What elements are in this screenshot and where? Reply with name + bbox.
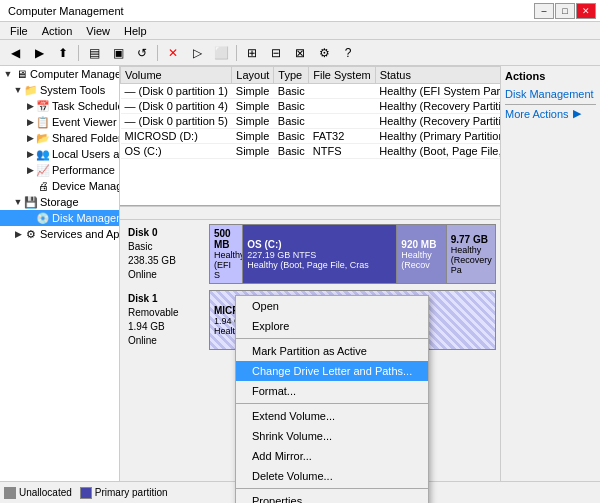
menu-action[interactable]: Action xyxy=(36,24,79,38)
up-button[interactable]: ⬆ xyxy=(52,43,74,63)
delete-button[interactable]: ✕ xyxy=(162,43,184,63)
close-button[interactable]: ✕ xyxy=(576,3,596,19)
tree-label: Event Viewer xyxy=(52,116,117,128)
tree-item-task-scheduler[interactable]: ▶ 📅 Task Scheduler xyxy=(0,98,119,114)
toolbar-btn-7[interactable]: ⊟ xyxy=(265,43,287,63)
window-controls: – □ ✕ xyxy=(534,3,596,19)
tree-item-event-viewer[interactable]: ▶ 📋 Event Viewer xyxy=(0,114,119,130)
expand-icon: ▼ xyxy=(12,85,24,95)
tree-label: Device Manager xyxy=(52,180,120,192)
forward-button[interactable]: ▶ xyxy=(28,43,50,63)
cell-status: Healthy (Boot, Page File, Crash Dump, Pr… xyxy=(375,144,500,159)
tree-item-root[interactable]: ▼ 🖥 Computer Management (Local xyxy=(0,66,119,82)
back-button[interactable]: ◀ xyxy=(4,43,26,63)
unallocated-box xyxy=(4,487,16,499)
disk-label: Disk 0 xyxy=(128,226,205,240)
context-menu-item[interactable]: Properties xyxy=(236,491,428,503)
disk-label: Disk 1 xyxy=(128,292,205,306)
partition-status: Healthy (Boot, Page File, Cras xyxy=(247,260,392,270)
services-icon: ⚙ xyxy=(24,227,38,241)
disk-partitions: 500 MB Healthy (EFI SOS (C:) 227.19 GB N… xyxy=(209,224,496,284)
partition[interactable]: 920 MB Healthy (Recov xyxy=(397,225,446,283)
context-menu-item[interactable]: Shrink Volume... xyxy=(236,426,428,446)
table-row[interactable]: OS (C:) Simple Basic NTFS Healthy (Boot,… xyxy=(121,144,501,159)
table-row[interactable]: — (Disk 0 partition 4) Simple Basic Heal… xyxy=(121,99,501,114)
tree-item-shared-folders[interactable]: ▶ 📂 Shared Folders xyxy=(0,130,119,146)
col-filesystem: File System xyxy=(309,67,375,84)
toolbar: ◀ ▶ ⬆ ▤ ▣ ↺ ✕ ▷ ⬜ ⊞ ⊟ ⊠ ⚙ ? xyxy=(0,40,600,66)
context-menu-item[interactable]: Delete Volume... xyxy=(236,466,428,486)
toolbar-separator-2 xyxy=(157,45,158,61)
table-row[interactable]: — (Disk 0 partition 1) Simple Basic Heal… xyxy=(121,84,501,99)
disk-info: Disk 0 Basic 238.35 GB Online xyxy=(124,224,209,284)
computer-icon: 🖥 xyxy=(14,67,28,81)
context-menu-item[interactable]: Add Mirror... xyxy=(236,446,428,466)
actions-arrow-icon: ▶ xyxy=(573,107,581,120)
partition[interactable]: 500 MB Healthy (EFI S xyxy=(210,225,243,283)
toolbar-btn-2[interactable]: ▣ xyxy=(107,43,129,63)
tree-item-disk-management[interactable]: 💿 Disk Management xyxy=(0,210,119,226)
cell-fs xyxy=(309,99,375,114)
tree-item-services[interactable]: ▶ ⚙ Services and Applications xyxy=(0,226,119,242)
partition[interactable]: 9.77 GB Healthy (Recovery Pa xyxy=(447,225,495,283)
cell-volume: — (Disk 0 partition 4) xyxy=(121,99,232,114)
context-menu-item[interactable]: Extend Volume... xyxy=(236,406,428,426)
maximize-button[interactable]: □ xyxy=(555,3,575,19)
help-toolbar-button[interactable]: ? xyxy=(337,43,359,63)
partition-name: 500 MB xyxy=(214,228,238,250)
cell-type: Basic xyxy=(274,99,309,114)
context-menu-item[interactable]: Mark Partition as Active xyxy=(236,341,428,361)
tree-item-performance[interactable]: ▶ 📈 Performance xyxy=(0,162,119,178)
cell-type: Basic xyxy=(274,144,309,159)
tree-label: Disk Management xyxy=(52,212,120,224)
tree-item-device-manager[interactable]: 🖨 Device Manager xyxy=(0,178,119,194)
context-menu-item[interactable]: Open xyxy=(236,296,428,316)
tree-item-system-tools[interactable]: ▼ 📁 System Tools xyxy=(0,82,119,98)
minimize-button[interactable]: – xyxy=(534,3,554,19)
context-menu-item[interactable]: Explore xyxy=(236,316,428,336)
table-row[interactable]: — (Disk 0 partition 5) Simple Basic Heal… xyxy=(121,114,501,129)
volume-table: Volume Layout Type File System Status — … xyxy=(120,66,500,159)
toolbar-separator-3 xyxy=(236,45,237,61)
actions-disk-management[interactable]: Disk Management xyxy=(505,86,596,102)
tree-label: Task Scheduler xyxy=(52,100,120,112)
toolbar-btn-3[interactable]: ↺ xyxy=(131,43,153,63)
volume-scrollbar[interactable] xyxy=(120,206,500,220)
properties-button[interactable]: ⚙ xyxy=(313,43,335,63)
partition-fs: 227.19 GB NTFS xyxy=(247,250,392,260)
expand-icon: ▶ xyxy=(24,101,36,111)
tree-panel: ▼ 🖥 Computer Management (Local ▼ 📁 Syste… xyxy=(0,66,120,481)
cell-layout: Simple xyxy=(232,99,274,114)
expand-icon: ▼ xyxy=(2,69,14,79)
users-icon: 👥 xyxy=(36,147,50,161)
disk-size: 1.94 GB xyxy=(128,320,205,334)
actions-more-item[interactable]: More Actions ▶ xyxy=(505,107,596,120)
menu-help[interactable]: Help xyxy=(118,24,153,38)
tree-item-local-users[interactable]: ▶ 👥 Local Users and Groups xyxy=(0,146,119,162)
table-row[interactable]: MICROSD (D:) Simple Basic FAT32 Healthy … xyxy=(121,129,501,144)
storage-icon: 💾 xyxy=(24,195,38,209)
window-title: Computer Management xyxy=(8,5,124,17)
partition[interactable]: OS (C:) 227.19 GB NTFS Healthy (Boot, Pa… xyxy=(243,225,397,283)
show-hide-button[interactable]: ▤ xyxy=(83,43,105,63)
toolbar-btn-4[interactable]: ▷ xyxy=(186,43,208,63)
context-menu-item[interactable]: Format... xyxy=(236,381,428,401)
disk-info: Disk 1 Removable 1.94 GB Online xyxy=(124,290,209,350)
toolbar-btn-6[interactable]: ⊞ xyxy=(241,43,263,63)
tree-label: Shared Folders xyxy=(52,132,120,144)
tree-item-storage[interactable]: ▼ 💾 Storage xyxy=(0,194,119,210)
context-menu-item[interactable]: Change Drive Letter and Paths... xyxy=(236,361,428,381)
cell-type: Basic xyxy=(274,129,309,144)
legend-primary: Primary partition xyxy=(80,487,168,499)
toolbar-btn-8[interactable]: ⊠ xyxy=(289,43,311,63)
cell-type: Basic xyxy=(274,114,309,129)
context-menu-separator xyxy=(236,488,428,489)
menu-view[interactable]: View xyxy=(80,24,116,38)
folder-icon: 📅 xyxy=(36,99,50,113)
volume-list[interactable]: Volume Layout Type File System Status — … xyxy=(120,66,500,206)
toolbar-btn-5[interactable]: ⬜ xyxy=(210,43,232,63)
cell-status: Healthy (Recovery Partition) xyxy=(375,114,500,129)
context-menu-separator xyxy=(236,403,428,404)
menu-file[interactable]: File xyxy=(4,24,34,38)
folder-icon: 📋 xyxy=(36,115,50,129)
